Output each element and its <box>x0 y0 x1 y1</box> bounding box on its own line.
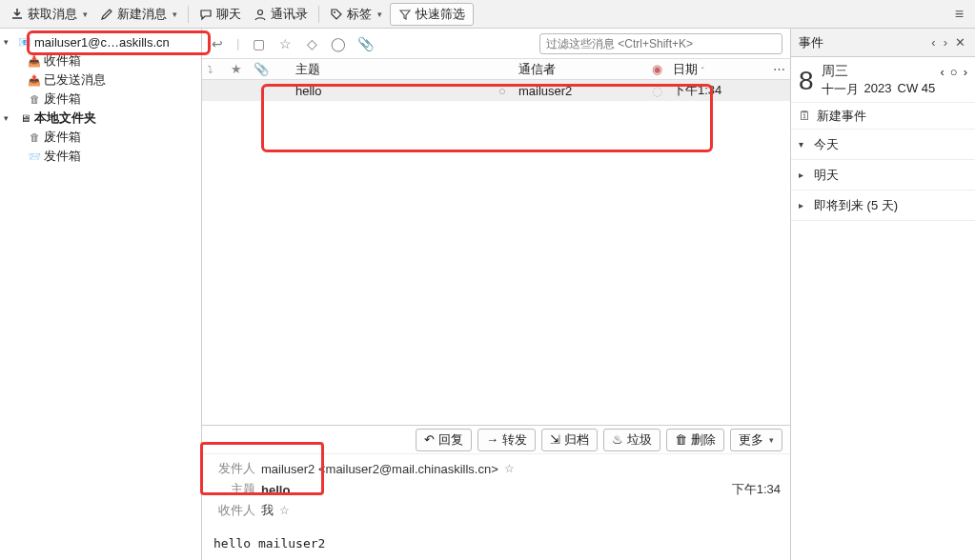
separator <box>318 6 319 23</box>
read-dot-icon[interactable]: ○ <box>492 84 513 98</box>
twisty-icon[interactable]: ▾ <box>4 113 15 123</box>
new-message-button[interactable]: 新建消息 ▾ <box>95 3 182 26</box>
twisty-icon[interactable]: ▾ <box>4 37 15 47</box>
star-icon[interactable]: ☆ <box>277 36 293 51</box>
filter-input[interactable] <box>539 33 782 54</box>
person-icon <box>254 8 267 21</box>
tomorrow-label: 明天 <box>814 167 839 184</box>
attachment-icon[interactable]: 📎 <box>357 36 373 51</box>
new-event-button[interactable]: 🗓 新建事件 <box>791 103 975 130</box>
preview-body: hello mailuser2 <box>202 527 790 560</box>
chevron-down-icon: ▾ <box>799 139 808 150</box>
today-button[interactable]: ○ <box>950 65 958 79</box>
col-junk[interactable]: ◉ <box>646 62 667 76</box>
sent-folder[interactable]: 📤 已发送消息 <box>0 70 201 90</box>
junk-icon[interactable]: ◌ <box>646 84 667 98</box>
col-star[interactable]: ★ <box>225 62 248 76</box>
back-icon[interactable]: ↩ <box>210 36 225 51</box>
col-date[interactable]: 日期 ˇ <box>667 61 767 78</box>
chat-button[interactable]: 聊天 <box>194 3 246 26</box>
star-icon[interactable]: ☆ <box>279 504 290 517</box>
row-date: 下午1:34 <box>667 82 767 99</box>
chevron-right-icon: ▸ <box>799 170 808 180</box>
folder-sidebar: ▾ 📧 mailuser1@c…askills.cn 📥 收件箱 📤 已发送消息… <box>0 29 202 560</box>
forward-icon: → <box>486 432 498 447</box>
main-toolbar: 获取消息 ▾ 新建消息 ▾ 聊天 通讯录 标签 ▾ 快速筛选 ≡ <box>0 0 975 29</box>
list-toolbar: ↩ | ▢ ☆ ◇ ◯ 📎 <box>202 29 790 59</box>
column-header: ⤵ ★ 📎 主题 通信者 ◉ 日期 ˇ ⋯ <box>202 59 790 80</box>
separator <box>188 6 189 23</box>
events-date: 8 周三 ‹ ○ › 十一月 2023 CW 45 <box>791 57 975 103</box>
get-messages-label: 获取消息 <box>28 6 77 23</box>
events-header: 事件 ‹ › ✕ <box>791 29 975 57</box>
archive-icon: ⇲ <box>550 432 560 447</box>
tomorrow-section[interactable]: ▸ 明天 <box>791 160 975 190</box>
sent-icon: 📤 <box>27 73 42 87</box>
calendar-icon: 🗓 <box>799 109 811 123</box>
get-messages-button[interactable]: 获取消息 ▾ <box>6 3 92 26</box>
forward-button[interactable]: →转发 <box>477 429 536 451</box>
message-row[interactable]: hello ○ mailuser2 ◌ 下午1:34 <box>202 80 790 101</box>
weekday: 周三 <box>822 63 848 80</box>
message-list-body <box>202 101 790 425</box>
close-button[interactable]: ✕ <box>953 35 967 50</box>
events-pane: 事件 ‹ › ✕ 8 周三 ‹ ○ › 十一月 2023 CW 45 <box>790 29 975 560</box>
prev-button[interactable]: ‹ <box>929 35 937 50</box>
more-button[interactable]: 更多▾ <box>730 429 782 451</box>
menu-button[interactable]: ≡ <box>949 6 969 23</box>
svg-point-0 <box>258 10 263 14</box>
local-folders-row[interactable]: ▾ 🖥 本地文件夹 <box>0 109 201 128</box>
filter-icon <box>398 8 412 21</box>
from-value[interactable]: mailuser2 <mailuser2@mail.chinaskills.cn… <box>261 462 498 476</box>
col-subject[interactable]: 主题 <box>290 61 492 78</box>
row-from: mailuser2 <box>513 84 646 98</box>
subject-label: 主题 <box>212 481 255 498</box>
inbox-folder[interactable]: 📥 收件箱 <box>0 51 201 70</box>
upcoming-label: 即将到来 (5 天) <box>814 197 898 214</box>
inbox-label: 收件箱 <box>44 52 81 70</box>
prev-day-button[interactable]: ‹ <box>940 65 944 79</box>
col-picker[interactable]: ⋯ <box>767 62 790 76</box>
chevron-down-icon[interactable]: ▾ <box>377 10 382 19</box>
col-attach[interactable]: 📎 <box>248 62 271 76</box>
svg-point-1 <box>334 11 335 13</box>
col-from[interactable]: 通信者 <box>513 61 646 78</box>
message-preview: ↶回复 →转发 ⇲归档 ♨垃圾 🗑删除 更多▾ 发件人 mailuser2 <m… <box>202 425 790 560</box>
reply-button[interactable]: ↶回复 <box>416 429 472 451</box>
mail-area: ↩ | ▢ ☆ ◇ ◯ 📎 ⤵ ★ 📎 主题 通信者 ◉ 日期 ˇ ⋯ h <box>202 29 790 560</box>
chevron-down-icon[interactable]: ▾ <box>173 10 177 19</box>
sent-label: 已发送消息 <box>44 71 106 89</box>
contact-icon[interactable]: ◇ <box>304 36 319 51</box>
tag-icon <box>330 8 343 21</box>
contacts-button[interactable]: 通讯录 <box>249 3 313 26</box>
tags-button[interactable]: 标签 ▾ <box>325 3 387 26</box>
inbox-icon: 📥 <box>27 54 42 68</box>
chevron-down-icon[interactable]: ▾ <box>83 10 88 19</box>
delete-button[interactable]: 🗑删除 <box>666 429 724 451</box>
col-thread[interactable]: ⤵ <box>202 64 225 74</box>
tag-icon[interactable]: ◯ <box>331 36 346 51</box>
download-icon <box>10 8 24 21</box>
local-trash-folder[interactable]: 🗑 废件箱 <box>0 128 201 147</box>
mail-icon: 📧 <box>17 35 32 49</box>
junk-button[interactable]: ♨垃圾 <box>603 429 660 451</box>
trash-folder[interactable]: 🗑 废件箱 <box>0 90 201 109</box>
fire-icon: ♨ <box>612 432 623 447</box>
star-icon[interactable]: ☆ <box>504 462 515 475</box>
bookmark-icon[interactable]: ▢ <box>251 36 266 51</box>
outbox-icon: 📨 <box>27 150 42 163</box>
trash-icon: 🗑 <box>675 432 687 447</box>
quick-filter-button[interactable]: 快速筛选 <box>390 3 474 26</box>
preview-header: 发件人 mailuser2 <mailuser2@mail.chinaskill… <box>202 454 790 527</box>
today-section[interactable]: ▾ 今天 <box>791 130 975 160</box>
next-day-button[interactable]: › <box>964 65 967 79</box>
account-row[interactable]: ▾ 📧 mailuser1@c…askills.cn <box>0 32 201 51</box>
outbox-label: 发件箱 <box>44 148 81 165</box>
to-value[interactable]: 我 <box>261 502 274 519</box>
next-button[interactable]: › <box>942 35 949 50</box>
upcoming-section[interactable]: ▸ 即将到来 (5 天) <box>791 190 975 221</box>
archive-button[interactable]: ⇲归档 <box>541 429 598 451</box>
preview-actions: ↶回复 →转发 ⇲归档 ♨垃圾 🗑删除 更多▾ <box>202 426 790 454</box>
contacts-label: 通讯录 <box>271 6 308 23</box>
outbox-folder[interactable]: 📨 发件箱 <box>0 147 201 166</box>
